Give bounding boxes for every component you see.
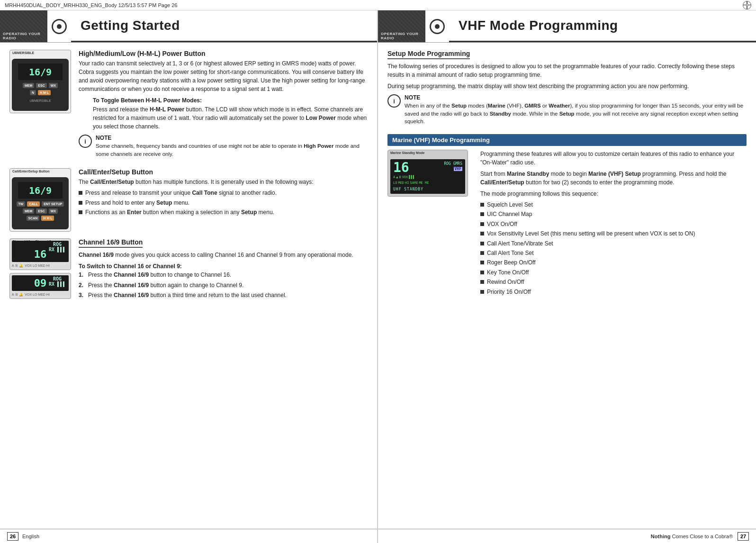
hml-note: i NOTE Some channels, frequency bands an… — [79, 135, 368, 158]
channel-heading: Channel 16/9 Button — [79, 238, 143, 248]
nothing-text: Nothing Comes Close to a Cobra® — [651, 534, 733, 539]
right-footer-text: Nothing Comes Close to a Cobra® — [651, 534, 733, 539]
marine-vhf-tag: VHF — [444, 166, 462, 172]
marine-bullet-icon-7 — [480, 261, 484, 264]
ind-vox1: VOX LO MED HI — [25, 264, 50, 268]
left-footer: 26 English — [0, 529, 377, 543]
ind-b2: B — [16, 293, 18, 297]
ind-vox2: VOX LO MED HI — [25, 293, 50, 297]
right-page-body: Setup Mode Programming The following ser… — [378, 43, 756, 529]
call-bullets: Press and release to transmit your uniqu… — [79, 189, 368, 217]
wx-btn: WX — [49, 83, 58, 88]
hml-para2: Press and release the H-M-L Power button… — [93, 105, 368, 131]
call-radio-image: Call/Enter/Setup Button 16/9 TW CALL ENT… — [9, 168, 71, 232]
marine-bullet-4: Vox Sensitivity Level Set (this menu set… — [480, 230, 747, 238]
file-info-text: MRHH450DUAL_BODY_MRHH330_ENG_Body 12/5/1… — [5, 2, 177, 8]
marine-bullet-7-text: Roger Beep On/Off — [487, 259, 536, 267]
hml-screen-text: 16/9 — [29, 66, 52, 78]
marine-second-row: LO MED HI SAME ME ME — [393, 181, 462, 186]
left-footer-text: English — [22, 534, 39, 539]
left-header-image: Operating Your Radio — [0, 10, 47, 42]
step-2-text: Press the Channel 16/9 button again to c… — [88, 281, 243, 290]
channel-step-2: 2. Press the Channel 16/9 button again t… — [79, 281, 368, 290]
right-operating-label: Operating Your Radio — [381, 32, 425, 40]
call-radio-body: 16/9 TW CALL ENT SETUP MEM ESC WX — [12, 177, 69, 229]
right-footer: Nothing Comes Close to a Cobra® 27 — [378, 529, 756, 543]
call-bullet-3: Functions as an Enter button when making… — [79, 208, 368, 217]
ind-med: MED — [398, 181, 404, 186]
channel-section: Channel 16 or Channel 9 16 ROGRX ▌▌▌ A B… — [9, 238, 368, 302]
marine-rog: ROG GMRS — [444, 161, 462, 166]
left-title-area: Getting Started — [71, 10, 377, 42]
marine-bullet-icon-4 — [480, 232, 484, 235]
channel9-screen: 09 ROGRX ▌▌▌ — [12, 275, 69, 291]
call-heading: Call/Enter/Setup Button — [79, 168, 368, 176]
bullet-icon-3 — [79, 210, 82, 214]
setup-note-content: NOTE When in any of the Setup modes (Mar… — [405, 94, 747, 126]
call-bullet-2-text: Press and hold to enter any Setup menu. — [85, 199, 189, 207]
setup-text: Setup Mode Programming The following ser… — [387, 50, 747, 129]
setup-note-text: When in any of the Setup modes (Marine (… — [405, 102, 747, 126]
ent-setup-btn: ENT SETUP — [42, 201, 64, 207]
call-btn: CALL — [27, 201, 40, 207]
hml-display-label: UBMERSIBLE — [11, 51, 35, 54]
ind-a2: A — [12, 293, 14, 297]
marine-bullet-icon-9 — [480, 280, 484, 284]
call-row1: TW CALL ENT SETUP — [17, 201, 64, 207]
marine-para1: Programming these features will allow yo… — [480, 150, 747, 167]
marine-display-label: Marine Standby Mode — [390, 151, 424, 154]
call-bullet-1-text: Press and release to transmit your uniqu… — [85, 189, 277, 197]
ind-me: ME ME — [419, 181, 429, 186]
right-page-title: VHF Mode Programming — [459, 18, 618, 33]
ind-vox-m: VOX — [402, 175, 408, 180]
setup-heading: Setup Mode Programming — [387, 50, 470, 59]
call-bullet-1: Press and release to transmit your uniqu… — [79, 189, 368, 197]
hml-indent: To Toggle Between H-M-L Power Modes: Pre… — [93, 97, 368, 131]
left-page-title: Getting Started — [81, 18, 180, 33]
hml-radio-image: UBMERSIBLE 16/9 MEM ESC WX N — [9, 50, 71, 113]
marine-bullet-icon-5 — [480, 242, 484, 245]
marine-bullet-3: VOX On/Off — [480, 220, 747, 228]
call-bullet-2: Press and hold to enter any Setup menu. — [79, 199, 368, 207]
right-header-image: Operating Your Radio — [378, 10, 425, 42]
marine-bullet-1-text: Squelch Level Set — [487, 201, 533, 209]
marine-bullet-icon-6 — [480, 251, 484, 255]
marine-bullets: Squelch Level Set UIC Channel Map VOX On… — [480, 201, 747, 296]
ind-signal: ▌▌▌ — [409, 175, 415, 180]
tw-btn: TW — [17, 201, 26, 207]
ind-a1: A — [12, 264, 14, 268]
bullet-icon-1 — [79, 191, 82, 195]
crosshair-icon — [743, 1, 751, 9]
marine-para2: Start from Marine Standby mode to begin … — [480, 170, 747, 187]
ind-triangle: ▲ — [396, 175, 398, 180]
marine-indicators: A ▲ B VOX ▌▌▌ — [393, 175, 462, 180]
channel16-small: ROGRX ▌▌▌ — [49, 242, 66, 252]
channel16-screen: 16 ROGRX ▌▌▌ — [12, 241, 69, 262]
file-info-bar: MRHH450DUAL_BODY_MRHH330_ENG_Body 12/5/1… — [0, 0, 756, 10]
marine-bullet-6: Call Alert Tone Set — [480, 249, 747, 257]
marine-top-row: 16 ROG GMRS VHF — [393, 161, 462, 174]
marine-screen: 16 ROG GMRS VHF A ▲ B VOX — [390, 159, 465, 194]
hml-note-icon: i — [79, 135, 92, 148]
marine-bullet-icon-10 — [480, 290, 484, 294]
setup-note-icon: i — [387, 94, 401, 108]
hml-note-content: NOTE Some channels, frequency bands and … — [96, 135, 368, 158]
channel9-indicators: A B 🔔 VOX LO MED HI — [12, 293, 69, 297]
call-display: Call/Enter/Setup Button 16/9 TW CALL ENT… — [9, 168, 71, 232]
mem-btn: MEM — [23, 83, 34, 88]
ind-u2: 🔔 — [19, 293, 23, 297]
marine-bullet-icon-8 — [480, 271, 484, 274]
marine-display-image: Marine Standby Mode 16 ROG GMRS VHF A — [387, 150, 473, 201]
marine-section: Marine Standby Mode 16 ROG GMRS VHF A — [387, 150, 747, 298]
setup-section: Setup Mode Programming The following ser… — [387, 50, 747, 129]
channel16-indicators: A B 🔔 VOX LO MED HI — [12, 264, 69, 268]
scan-btn: SCAN — [27, 216, 40, 221]
step-3-text: Press the Channel 16/9 button a third ti… — [88, 291, 287, 299]
main-content: Operating Your Radio Getting Started UBM… — [0, 10, 756, 543]
marine-bullet-2: UIC Channel Map — [480, 210, 747, 218]
marine-bullet-5: Call Alert Tone/Vibrate Set — [480, 240, 747, 248]
marine-bullet-10-text: Priority 16 On/Off — [487, 288, 531, 296]
hml-note-text: Some channels, frequency bands and count… — [96, 142, 368, 158]
marine-bullet-2-text: UIC Channel Map — [487, 210, 532, 218]
right-page: Operating Your Radio VHF Mode Programmin… — [378, 10, 756, 543]
